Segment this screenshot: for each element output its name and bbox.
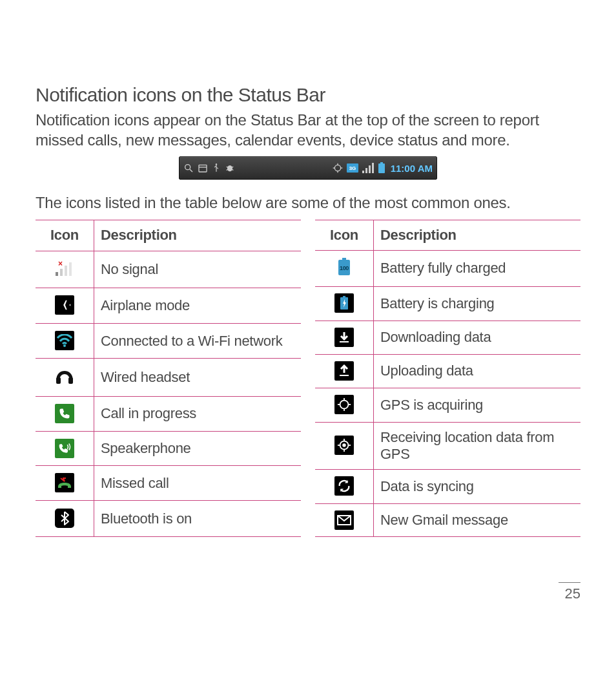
svg-point-28 — [63, 344, 66, 347]
svg-rect-36 — [340, 341, 349, 342]
upload-icon — [334, 361, 354, 381]
svg-text:3G: 3G — [349, 165, 356, 171]
svg-text:100: 100 — [340, 265, 349, 271]
signal-bars-icon — [362, 163, 374, 173]
table-row: Downloading data — [315, 321, 580, 354]
table-row: GPS is acquiring — [315, 388, 580, 422]
table-row: Uploading data — [315, 354, 580, 388]
svg-rect-26 — [69, 262, 72, 276]
svg-rect-23 — [56, 272, 58, 276]
wifi-icon — [55, 331, 74, 350]
icon-description: GPS is acquiring — [374, 388, 581, 422]
icon-description: Downloading data — [374, 321, 581, 354]
speakerphone-icon — [55, 439, 74, 458]
gps-icon — [333, 163, 343, 173]
svg-rect-31 — [342, 258, 346, 260]
manual-page: Notification icons on the Status Bar Not… — [0, 0, 616, 628]
3g-icon: 3G — [347, 163, 358, 173]
table-row: Airplane mode — [36, 288, 301, 324]
svg-point-4 — [216, 163, 217, 165]
icon-description: Connected to a Wi-Fi network — [94, 324, 302, 359]
svg-rect-25 — [65, 266, 67, 276]
icon-description: Airplane mode — [94, 288, 302, 324]
table-header-row: Icon Description — [315, 220, 580, 250]
icon-description: Data is syncing — [374, 469, 581, 503]
svg-rect-34 — [343, 296, 345, 297]
table-row: Data is syncing — [315, 469, 580, 503]
icon-description: Receiving location data from GPS — [374, 422, 581, 469]
svg-point-44 — [342, 443, 346, 447]
table-row: 100 Battery fully charged — [315, 250, 580, 286]
table-row: Call in progress — [36, 396, 301, 431]
svg-point-10 — [334, 165, 340, 171]
download-icon — [334, 328, 354, 347]
table-row: Battery is charging — [315, 286, 580, 321]
svg-rect-24 — [60, 269, 63, 276]
icon-tables: Icon Description × No signal Airplane mo… — [36, 220, 580, 537]
table-row: Missed call — [36, 466, 301, 501]
battery-charging-icon — [334, 293, 354, 313]
svg-point-38 — [340, 400, 349, 408]
icon-table-right: Icon Description 100 Battery fully charg… — [315, 220, 580, 537]
icon-description: Wired headset — [94, 359, 302, 396]
svg-rect-30 — [68, 377, 73, 384]
call-icon — [55, 404, 74, 423]
icon-description: Bluetooth is on — [94, 501, 302, 536]
svg-rect-37 — [340, 375, 349, 376]
gps-lock-icon — [334, 436, 354, 455]
section-title: Notification icons on the Status Bar — [36, 84, 580, 106]
col-icon-header: Icon — [315, 220, 374, 250]
svg-rect-29 — [56, 377, 61, 384]
table-row: Wired headset — [36, 359, 301, 396]
no-signal-icon: × — [55, 258, 74, 278]
svg-rect-18 — [365, 168, 367, 173]
battery-icon — [378, 162, 385, 174]
search-icon — [183, 163, 194, 173]
table-row: New Gmail message — [315, 503, 580, 536]
col-icon-header: Icon — [36, 220, 94, 251]
airplane-icon — [55, 295, 74, 315]
svg-line-1 — [190, 169, 192, 172]
svg-rect-17 — [362, 171, 364, 173]
svg-text:×: × — [58, 260, 63, 268]
col-description-header: Description — [94, 220, 302, 251]
table-row: Speakerphone — [36, 431, 301, 466]
statusbar: 3G 11:00 AM — [179, 156, 437, 180]
svg-rect-2 — [199, 165, 207, 173]
statusbar-time: 11:00 AM — [391, 163, 433, 174]
icon-description: Call in progress — [94, 396, 302, 431]
section-intro: Notification icons appear on the Status … — [36, 110, 580, 150]
sync-icon — [334, 476, 354, 496]
table-header-row: Icon Description — [36, 220, 301, 251]
debug-icon — [225, 163, 235, 173]
table-row: × No signal — [36, 251, 301, 288]
statusbar-figure: 3G 11:00 AM — [36, 156, 580, 180]
icon-description: Uploading data — [374, 354, 581, 388]
icon-description: Battery fully charged — [374, 250, 581, 286]
table-intro: The icons listed in the table below are … — [36, 193, 580, 213]
gps-acquiring-icon — [334, 395, 354, 414]
table-row: Receiving location data from GPS — [315, 422, 580, 469]
icon-description: Battery is charging — [374, 286, 581, 321]
headset-icon — [55, 366, 74, 385]
table-row: Connected to a Wi-Fi network — [36, 324, 301, 359]
page-footer: 25 — [36, 582, 580, 602]
page-number: 25 — [559, 582, 580, 602]
usb-icon — [212, 163, 221, 173]
col-description-header: Description — [374, 220, 581, 250]
svg-point-5 — [227, 165, 232, 171]
icon-description: Speakerphone — [94, 431, 302, 466]
icon-description: New Gmail message — [374, 503, 581, 536]
table-row: Bluetooth is on — [36, 501, 301, 536]
calendar-icon — [198, 163, 208, 173]
missed-call-icon — [55, 473, 74, 492]
bluetooth-icon — [55, 509, 74, 528]
svg-rect-20 — [372, 163, 374, 173]
svg-rect-21 — [380, 162, 383, 163]
icon-description: Missed call — [94, 466, 302, 501]
svg-rect-22 — [378, 163, 385, 173]
battery-full-icon: 100 — [334, 257, 354, 277]
icon-table-left: Icon Description × No signal Airplane mo… — [36, 220, 301, 537]
icon-description: No signal — [94, 251, 302, 288]
gmail-icon — [334, 510, 354, 530]
